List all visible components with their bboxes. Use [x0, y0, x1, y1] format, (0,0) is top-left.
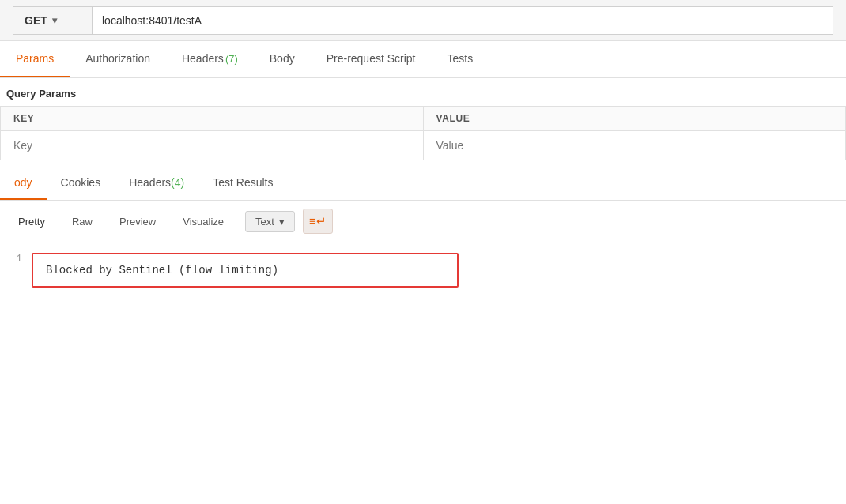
tab-headers[interactable]: Headers(7): [166, 41, 254, 77]
response-line: 1 Blocked by Sentinel (flow limiting): [0, 250, 840, 291]
tab-authorization[interactable]: Authorization: [70, 41, 166, 77]
tab-tests[interactable]: Tests: [432, 41, 489, 77]
url-bar: GET ▾: [0, 0, 846, 41]
format-visualize[interactable]: Visualize: [171, 210, 236, 233]
table-row: [1, 131, 846, 160]
method-selector[interactable]: GET ▾: [13, 6, 92, 35]
response-body: 1 Blocked by Sentinel (flow limiting): [0, 242, 846, 299]
tab-params[interactable]: Params: [0, 41, 70, 77]
wrap-icon: ≡↵: [309, 214, 327, 228]
key-cell[interactable]: [1, 131, 424, 160]
method-chevron: ▾: [52, 15, 57, 26]
method-label: GET: [25, 14, 47, 27]
wrap-button[interactable]: ≡↵: [303, 209, 333, 234]
text-type-dropdown[interactable]: Text ▾: [245, 211, 295, 232]
tab-response-headers[interactable]: Headers(4): [115, 167, 198, 200]
key-input[interactable]: [13, 139, 410, 152]
query-params-label: Query Params: [0, 78, 846, 106]
format-pretty[interactable]: Pretty: [6, 210, 57, 233]
url-input[interactable]: [92, 6, 833, 35]
value-input[interactable]: [436, 139, 833, 152]
tab-prerequest[interactable]: Pre-request Script: [311, 41, 432, 77]
query-params-table: KEY VALUE: [0, 106, 846, 160]
line-number: 1: [0, 253, 32, 265]
text-type-chevron: ▾: [279, 216, 285, 228]
format-preview[interactable]: Preview: [108, 210, 168, 233]
response-headers-badge: (4): [171, 176, 184, 189]
response-content: Blocked by Sentinel (flow limiting): [32, 253, 459, 288]
text-type-label: Text: [255, 216, 274, 228]
tab-body[interactable]: Body: [254, 41, 311, 77]
key-column-header: KEY: [1, 107, 424, 131]
tab-test-results[interactable]: Test Results: [198, 167, 287, 200]
tab-response-body[interactable]: ody: [0, 167, 47, 200]
value-cell[interactable]: [423, 131, 846, 160]
response-text: Blocked by Sentinel (flow limiting): [46, 264, 278, 276]
value-column-header: VALUE: [423, 107, 846, 131]
response-tabs: ody Cookies Headers(4) Test Results: [0, 167, 846, 201]
top-tabs: Params Authorization Headers(7) Body Pre…: [0, 41, 846, 78]
headers-badge: (7): [225, 53, 238, 65]
tab-cookies[interactable]: Cookies: [47, 167, 115, 200]
format-raw[interactable]: Raw: [60, 210, 104, 233]
format-tabs: Pretty Raw Preview Visualize Text ▾ ≡↵: [0, 201, 846, 242]
